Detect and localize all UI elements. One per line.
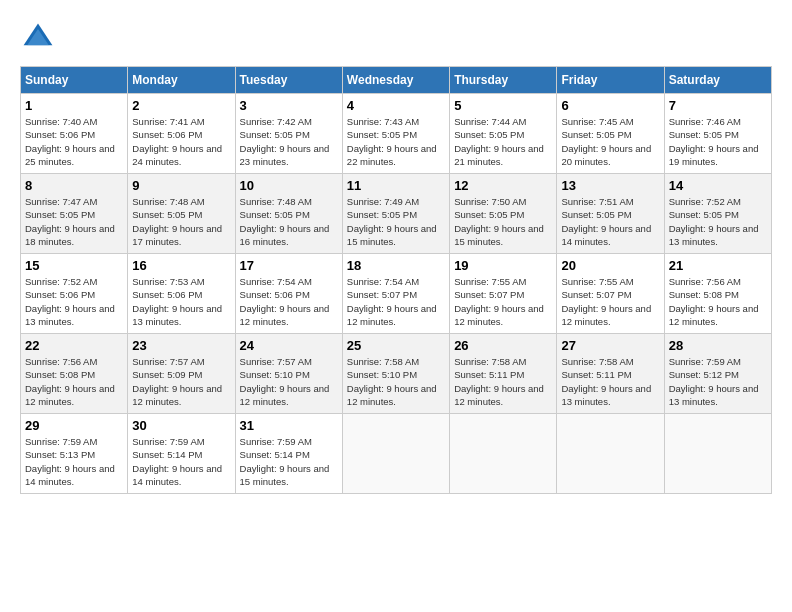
day-info: Sunrise: 7:58 AMSunset: 5:10 PMDaylight:… xyxy=(347,355,445,408)
day-info: Sunrise: 7:52 AMSunset: 5:05 PMDaylight:… xyxy=(669,195,767,248)
day-info: Sunrise: 7:40 AMSunset: 5:06 PMDaylight:… xyxy=(25,115,123,168)
day-number: 31 xyxy=(240,418,338,433)
weekday-header: Friday xyxy=(557,67,664,94)
day-info: Sunrise: 7:59 AMSunset: 5:13 PMDaylight:… xyxy=(25,435,123,488)
empty-cell xyxy=(342,414,449,494)
page-header xyxy=(20,20,772,56)
day-number: 13 xyxy=(561,178,659,193)
calendar-day: 2Sunrise: 7:41 AMSunset: 5:06 PMDaylight… xyxy=(128,94,235,174)
empty-cell xyxy=(450,414,557,494)
day-number: 23 xyxy=(132,338,230,353)
day-number: 15 xyxy=(25,258,123,273)
day-number: 25 xyxy=(347,338,445,353)
calendar-day: 5Sunrise: 7:44 AMSunset: 5:05 PMDaylight… xyxy=(450,94,557,174)
calendar-day: 29Sunrise: 7:59 AMSunset: 5:13 PMDayligh… xyxy=(21,414,128,494)
day-number: 16 xyxy=(132,258,230,273)
day-number: 7 xyxy=(669,98,767,113)
calendar-day: 6Sunrise: 7:45 AMSunset: 5:05 PMDaylight… xyxy=(557,94,664,174)
empty-cell xyxy=(557,414,664,494)
calendar-day: 17Sunrise: 7:54 AMSunset: 5:06 PMDayligh… xyxy=(235,254,342,334)
day-info: Sunrise: 7:56 AMSunset: 5:08 PMDaylight:… xyxy=(669,275,767,328)
calendar-day: 11Sunrise: 7:49 AMSunset: 5:05 PMDayligh… xyxy=(342,174,449,254)
calendar-day: 30Sunrise: 7:59 AMSunset: 5:14 PMDayligh… xyxy=(128,414,235,494)
day-number: 5 xyxy=(454,98,552,113)
weekday-header: Thursday xyxy=(450,67,557,94)
logo xyxy=(20,20,62,56)
calendar-day: 21Sunrise: 7:56 AMSunset: 5:08 PMDayligh… xyxy=(664,254,771,334)
day-number: 10 xyxy=(240,178,338,193)
day-info: Sunrise: 7:48 AMSunset: 5:05 PMDaylight:… xyxy=(132,195,230,248)
calendar-day: 14Sunrise: 7:52 AMSunset: 5:05 PMDayligh… xyxy=(664,174,771,254)
day-number: 8 xyxy=(25,178,123,193)
calendar-day: 7Sunrise: 7:46 AMSunset: 5:05 PMDaylight… xyxy=(664,94,771,174)
calendar-day: 13Sunrise: 7:51 AMSunset: 5:05 PMDayligh… xyxy=(557,174,664,254)
calendar-day: 1Sunrise: 7:40 AMSunset: 5:06 PMDaylight… xyxy=(21,94,128,174)
day-number: 11 xyxy=(347,178,445,193)
day-number: 26 xyxy=(454,338,552,353)
weekday-header: Sunday xyxy=(21,67,128,94)
day-number: 27 xyxy=(561,338,659,353)
day-number: 21 xyxy=(669,258,767,273)
day-info: Sunrise: 7:55 AMSunset: 5:07 PMDaylight:… xyxy=(454,275,552,328)
day-number: 14 xyxy=(669,178,767,193)
day-number: 6 xyxy=(561,98,659,113)
calendar-day: 18Sunrise: 7:54 AMSunset: 5:07 PMDayligh… xyxy=(342,254,449,334)
calendar-day: 24Sunrise: 7:57 AMSunset: 5:10 PMDayligh… xyxy=(235,334,342,414)
calendar-day: 26Sunrise: 7:58 AMSunset: 5:11 PMDayligh… xyxy=(450,334,557,414)
day-info: Sunrise: 7:54 AMSunset: 5:07 PMDaylight:… xyxy=(347,275,445,328)
calendar-day: 4Sunrise: 7:43 AMSunset: 5:05 PMDaylight… xyxy=(342,94,449,174)
day-number: 3 xyxy=(240,98,338,113)
day-info: Sunrise: 7:58 AMSunset: 5:11 PMDaylight:… xyxy=(454,355,552,408)
calendar-day: 16Sunrise: 7:53 AMSunset: 5:06 PMDayligh… xyxy=(128,254,235,334)
day-number: 2 xyxy=(132,98,230,113)
day-info: Sunrise: 7:46 AMSunset: 5:05 PMDaylight:… xyxy=(669,115,767,168)
day-info: Sunrise: 7:51 AMSunset: 5:05 PMDaylight:… xyxy=(561,195,659,248)
day-number: 24 xyxy=(240,338,338,353)
calendar-day: 20Sunrise: 7:55 AMSunset: 5:07 PMDayligh… xyxy=(557,254,664,334)
calendar-day: 19Sunrise: 7:55 AMSunset: 5:07 PMDayligh… xyxy=(450,254,557,334)
day-number: 20 xyxy=(561,258,659,273)
calendar-day: 27Sunrise: 7:58 AMSunset: 5:11 PMDayligh… xyxy=(557,334,664,414)
day-number: 17 xyxy=(240,258,338,273)
day-number: 30 xyxy=(132,418,230,433)
day-number: 1 xyxy=(25,98,123,113)
weekday-header: Tuesday xyxy=(235,67,342,94)
logo-icon xyxy=(20,20,56,56)
calendar-day: 15Sunrise: 7:52 AMSunset: 5:06 PMDayligh… xyxy=(21,254,128,334)
calendar-day: 3Sunrise: 7:42 AMSunset: 5:05 PMDaylight… xyxy=(235,94,342,174)
weekday-header: Wednesday xyxy=(342,67,449,94)
calendar-table: SundayMondayTuesdayWednesdayThursdayFrid… xyxy=(20,66,772,494)
day-info: Sunrise: 7:52 AMSunset: 5:06 PMDaylight:… xyxy=(25,275,123,328)
day-info: Sunrise: 7:41 AMSunset: 5:06 PMDaylight:… xyxy=(132,115,230,168)
day-number: 22 xyxy=(25,338,123,353)
weekday-header: Saturday xyxy=(664,67,771,94)
day-info: Sunrise: 7:48 AMSunset: 5:05 PMDaylight:… xyxy=(240,195,338,248)
day-number: 29 xyxy=(25,418,123,433)
calendar-day: 10Sunrise: 7:48 AMSunset: 5:05 PMDayligh… xyxy=(235,174,342,254)
day-number: 19 xyxy=(454,258,552,273)
day-number: 28 xyxy=(669,338,767,353)
day-info: Sunrise: 7:47 AMSunset: 5:05 PMDaylight:… xyxy=(25,195,123,248)
day-info: Sunrise: 7:54 AMSunset: 5:06 PMDaylight:… xyxy=(240,275,338,328)
day-info: Sunrise: 7:59 AMSunset: 5:14 PMDaylight:… xyxy=(132,435,230,488)
weekday-header: Monday xyxy=(128,67,235,94)
day-info: Sunrise: 7:59 AMSunset: 5:14 PMDaylight:… xyxy=(240,435,338,488)
day-info: Sunrise: 7:55 AMSunset: 5:07 PMDaylight:… xyxy=(561,275,659,328)
calendar-day: 31Sunrise: 7:59 AMSunset: 5:14 PMDayligh… xyxy=(235,414,342,494)
day-info: Sunrise: 7:58 AMSunset: 5:11 PMDaylight:… xyxy=(561,355,659,408)
day-info: Sunrise: 7:49 AMSunset: 5:05 PMDaylight:… xyxy=(347,195,445,248)
calendar-day: 28Sunrise: 7:59 AMSunset: 5:12 PMDayligh… xyxy=(664,334,771,414)
calendar-day: 12Sunrise: 7:50 AMSunset: 5:05 PMDayligh… xyxy=(450,174,557,254)
calendar-day: 25Sunrise: 7:58 AMSunset: 5:10 PMDayligh… xyxy=(342,334,449,414)
calendar-day: 23Sunrise: 7:57 AMSunset: 5:09 PMDayligh… xyxy=(128,334,235,414)
day-number: 12 xyxy=(454,178,552,193)
day-info: Sunrise: 7:50 AMSunset: 5:05 PMDaylight:… xyxy=(454,195,552,248)
calendar-day: 8Sunrise: 7:47 AMSunset: 5:05 PMDaylight… xyxy=(21,174,128,254)
day-info: Sunrise: 7:42 AMSunset: 5:05 PMDaylight:… xyxy=(240,115,338,168)
day-info: Sunrise: 7:45 AMSunset: 5:05 PMDaylight:… xyxy=(561,115,659,168)
day-info: Sunrise: 7:59 AMSunset: 5:12 PMDaylight:… xyxy=(669,355,767,408)
empty-cell xyxy=(664,414,771,494)
calendar-day: 22Sunrise: 7:56 AMSunset: 5:08 PMDayligh… xyxy=(21,334,128,414)
day-info: Sunrise: 7:44 AMSunset: 5:05 PMDaylight:… xyxy=(454,115,552,168)
day-info: Sunrise: 7:57 AMSunset: 5:10 PMDaylight:… xyxy=(240,355,338,408)
